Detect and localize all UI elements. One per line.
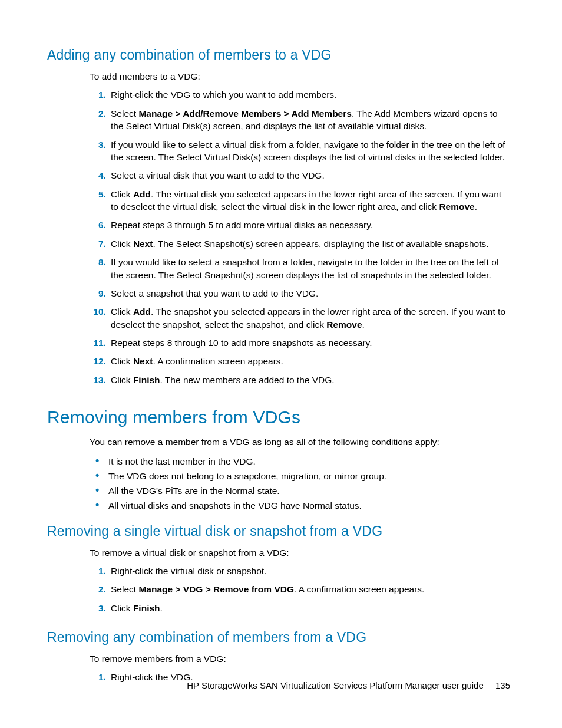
list-item: It is not the last member in the VDG.	[106, 454, 510, 468]
list-text: The VDG does not belong to a snapclone, …	[108, 471, 386, 481]
step-text: Click	[111, 375, 133, 385]
step-item: Select a virtual disk that you want to a…	[108, 169, 510, 182]
step-text: Select a snapshot that you want to add t…	[111, 288, 318, 298]
footer-title: HP StorageWorks SAN Virtualization Servi…	[187, 680, 484, 690]
step-text: .	[160, 603, 163, 613]
list-item: All virtual disks and snapshots in the V…	[106, 499, 510, 512]
ui-label: Remove	[326, 319, 362, 330]
step-item: Click Finish. The new members are added …	[108, 374, 510, 386]
intro-adding-members: To add members to a VDG:	[90, 70, 510, 83]
ui-label: Add	[133, 189, 151, 199]
ui-label: Next	[133, 356, 153, 366]
step-text: Right-click the VDG to which you want to…	[111, 90, 336, 100]
intro-removing-members: You can remove a member from a VDG as lo…	[90, 436, 510, 448]
step-text: . A confirmation screen appears.	[153, 356, 283, 366]
step-text: Repeat steps 8 through 10 to add more sn…	[111, 338, 372, 348]
heading-adding-members: Adding any combination of members to a V…	[47, 47, 510, 63]
step-text: . The snapshot you selected appears in t…	[111, 307, 505, 329]
step-item: Right-click the virtual disk or snapshot…	[108, 565, 510, 577]
step-text: Select	[111, 108, 138, 118]
heading-removing-combination: Removing any combination of members from…	[47, 630, 510, 645]
steps-removing-single: Right-click the virtual disk or snapshot…	[90, 565, 510, 614]
step-text: Click	[111, 603, 133, 613]
step-item: Select a snapshot that you want to add t…	[108, 287, 510, 299]
heading-removing-members: Removing members from VDGs	[47, 407, 510, 427]
conditions-list: It is not the last member in the VDG. Th…	[90, 454, 510, 513]
step-text: . The new members are added to the VDG.	[160, 375, 335, 385]
step-item: If you would like to select a virtual di…	[108, 139, 510, 164]
step-text: . The Select Snapshot(s) screen appears,…	[153, 239, 489, 249]
step-text: If you would like to select a virtual di…	[111, 140, 505, 162]
step-text: If you would like to select a snapshot f…	[111, 257, 499, 279]
steps-adding-members: Right-click the VDG to which you want to…	[90, 88, 510, 386]
ui-label: Next	[133, 239, 153, 249]
step-item: If you would like to select a snapshot f…	[108, 256, 510, 281]
intro-removing-single: To remove a virtual disk or snapshot fro…	[90, 546, 510, 559]
step-text: Click	[111, 307, 133, 317]
step-text: Click	[111, 356, 133, 366]
step-item: Select Manage > VDG > Remove from VDG. A…	[108, 583, 510, 595]
page-number: 135	[495, 680, 510, 690]
list-text: All virtual disks and snapshots in the V…	[108, 500, 362, 510]
step-text: Right-click the virtual disk or snapshot…	[111, 566, 266, 576]
step-item: Repeat steps 8 through 10 to add more sn…	[108, 337, 510, 349]
ui-label: Finish	[133, 375, 160, 385]
heading-removing-single: Removing a single virtual disk or snapsh…	[47, 523, 510, 539]
ui-label: Finish	[133, 603, 160, 613]
list-item: The VDG does not belong to a snapclone, …	[106, 469, 510, 483]
list-text: All the VDG's PiTs are in the Normal sta…	[108, 486, 280, 496]
step-item: Click Next. A confirmation screen appear…	[108, 355, 510, 367]
step-item: Click Next. The Select Snapshot(s) scree…	[108, 238, 510, 250]
list-item: All the VDG's PiTs are in the Normal sta…	[106, 484, 510, 498]
page-footer: HP StorageWorks SAN Virtualization Servi…	[0, 680, 510, 690]
ui-label: Add	[133, 307, 151, 317]
ui-path: Manage > Add/Remove Members > Add Member…	[138, 108, 351, 118]
step-item: Repeat steps 3 through 5 to add more vir…	[108, 219, 510, 231]
ui-path: Manage > VDG > Remove from VDG	[138, 584, 294, 594]
step-text: Click	[111, 239, 133, 249]
document-page: Adding any combination of members to a V…	[0, 0, 562, 728]
ui-label: Remove	[439, 202, 474, 212]
step-text: Click	[111, 189, 133, 199]
step-item: Click Finish.	[108, 602, 510, 614]
step-text: Select a virtual disk that you want to a…	[111, 170, 325, 180]
step-item: Right-click the VDG to which you want to…	[108, 88, 510, 101]
step-text: . A confirmation screen appears.	[294, 584, 424, 594]
step-text: .	[475, 202, 477, 212]
list-text: It is not the last member in the VDG.	[108, 456, 256, 466]
step-item: Click Add. The virtual disk you selected…	[108, 188, 510, 213]
intro-removing-combination: To remove members from a VDG:	[90, 653, 510, 665]
step-text: Repeat steps 3 through 5 to add more vir…	[111, 220, 373, 230]
step-text: .	[362, 319, 365, 330]
step-text: Select	[111, 584, 138, 594]
step-item: Select Manage > Add/Remove Members > Add…	[108, 107, 510, 133]
step-item: Click Add. The snapshot you selected app…	[108, 305, 510, 331]
